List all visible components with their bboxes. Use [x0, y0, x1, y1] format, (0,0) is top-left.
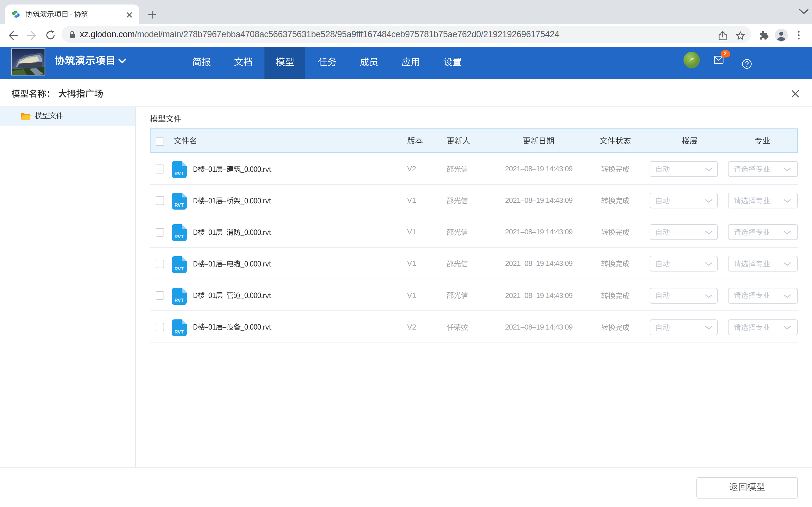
svg-text:RVT: RVT [174, 329, 184, 334]
svg-text:RVT: RVT [174, 234, 184, 239]
svg-text:RVT: RVT [174, 203, 184, 208]
svg-text:RVT: RVT [174, 297, 184, 302]
svg-text:RVT: RVT [174, 171, 184, 176]
svg-text:RVT: RVT [174, 266, 184, 271]
